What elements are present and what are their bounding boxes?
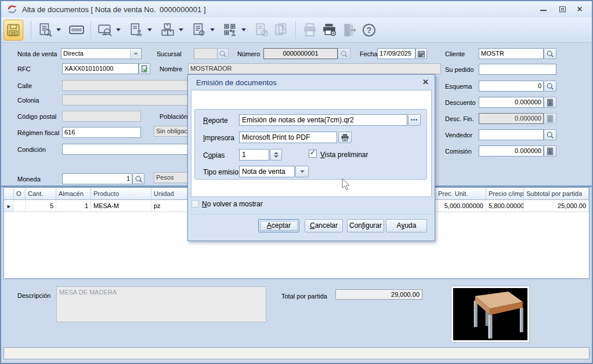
copias-label: Copias	[203, 151, 225, 159]
impresora-printer-button[interactable]	[338, 132, 352, 143]
document-options-button[interactable]	[189, 20, 209, 41]
grid-cell-precio-cimp[interactable]: 5,800.00000	[486, 200, 524, 212]
document-options-dropdown-arrow[interactable]	[210, 28, 215, 31]
descuento-field[interactable]: 0.000000	[479, 97, 544, 108]
inventory-button[interactable]	[158, 20, 178, 41]
grid-header-almacen[interactable]: Almacén	[56, 188, 91, 200]
grid-cell-producto[interactable]: MESA-M	[91, 200, 151, 212]
descuento-label: Descuento	[445, 99, 476, 106]
configurar-button[interactable]: Configurar	[347, 219, 384, 232]
folio-button[interactable]: 0000	[67, 20, 86, 41]
desc-fin-label: Desc. Fin.	[445, 115, 474, 122]
restore-button[interactable]	[559, 6, 566, 12]
moneda-search-button[interactable]	[132, 173, 144, 184]
grid-row-selector[interactable]: ►	[4, 200, 14, 212]
customer-document-dropdown-arrow[interactable]	[147, 28, 152, 31]
app-window: Alta de documentos [ Nota de venta No. 0…	[0, 0, 593, 364]
exit-button[interactable]	[339, 20, 359, 41]
vista-preliminar-checkbox[interactable]: ✓	[309, 150, 317, 158]
grid-cell-cant[interactable]: 5	[26, 200, 56, 212]
inventory-dropdown-arrow[interactable]	[179, 28, 183, 31]
sucursal-field[interactable]	[194, 48, 218, 59]
nota-de-venta-select[interactable]: Directa	[61, 48, 142, 59]
mouse-cursor	[342, 178, 350, 191]
esquema-search-button[interactable]	[544, 81, 556, 92]
grid-header-cant[interactable]: Cant.	[26, 188, 56, 200]
fecha-field[interactable]: 17/09/2025	[377, 48, 415, 59]
comision-field[interactable]: 0.000000	[479, 145, 544, 156]
help-button[interactable]: ?	[359, 20, 379, 41]
cliente-search-button[interactable]	[544, 48, 556, 59]
vendedor-field[interactable]	[479, 129, 544, 140]
qr-code-button[interactable]	[220, 20, 240, 41]
total-por-partida-label: Total por partida	[281, 293, 327, 300]
codigo-postal-field[interactable]	[62, 111, 141, 122]
qr-code-dropdown-arrow[interactable]	[241, 28, 246, 31]
copias-field[interactable]: 1	[239, 149, 269, 161]
esquema-label: Esquema	[445, 83, 472, 90]
reporte-field[interactable]: Emisión de notas de venta(7cm).qr2	[239, 114, 407, 126]
preview-documents-button[interactable]	[95, 20, 115, 41]
esquema-field[interactable]: 0	[479, 81, 544, 92]
grid-cell-o[interactable]	[14, 200, 26, 212]
grid-header-prec-unit[interactable]: Prec. Unit.	[436, 188, 486, 200]
dialog-title: Emisión de documentos	[196, 78, 277, 87]
aceptar-button[interactable]: Aceptar	[258, 219, 299, 232]
grid-header-subtotal[interactable]: Subtotal por partida	[524, 188, 589, 200]
moneda-field[interactable]: 1	[62, 173, 132, 184]
grid-header-o[interactable]: O	[14, 188, 26, 200]
descripcion-textarea[interactable]: MESA DE MADERA	[56, 286, 266, 322]
vendedor-search-button[interactable]	[544, 129, 556, 140]
descuento-calculator-button[interactable]	[544, 97, 556, 108]
ayuda-button[interactable]: Ayuda	[386, 219, 427, 232]
rfc-field[interactable]: XAXX010101000	[62, 63, 139, 74]
minimize-button[interactable]	[540, 10, 547, 11]
cliente-field[interactable]: MOSTR	[479, 48, 544, 59]
window-title: Alta de documentos [ Nota de venta No.	[22, 5, 156, 14]
comision-calculator-button[interactable]	[544, 145, 556, 156]
grid-cell-almacen[interactable]: 1	[56, 200, 91, 212]
grid-header-precio-cimp[interactable]: Precio c/imp	[486, 188, 524, 200]
nombre-field[interactable]: MOSTRADOR	[188, 63, 441, 74]
calle-field[interactable]	[62, 80, 208, 91]
tipo-emision-dropdown-button[interactable]	[295, 166, 309, 177]
grid-cell-subtotal[interactable]: 25,000.00	[524, 200, 589, 212]
desc-fin-calculator-button	[544, 113, 556, 124]
dialog-close-icon[interactable]: ✕	[422, 78, 429, 86]
impresora-field[interactable]: Microsoft Print to PDF	[239, 132, 337, 143]
document-search-dropdown-arrow[interactable]	[56, 28, 61, 31]
tipo-emision-select[interactable]: Nota de venta	[239, 166, 295, 177]
numero-field[interactable]: 0000000001	[263, 48, 338, 59]
su-pedido-field[interactable]	[479, 64, 556, 75]
toolbar: 0000	[1, 17, 592, 43]
copias-spinner[interactable]	[270, 149, 282, 161]
save-button[interactable]	[3, 20, 23, 41]
status-bar	[3, 347, 590, 359]
grid-header-producto[interactable]: Producto	[91, 188, 151, 200]
grid-header-selector	[4, 188, 14, 200]
rfc-validate-button[interactable]	[139, 63, 150, 74]
preview-documents-dropdown-arrow[interactable]	[116, 28, 121, 31]
no-volver-checkbox[interactable]	[191, 200, 199, 208]
condicion-field[interactable]	[62, 144, 208, 155]
window-title-number: 0000000001 ]	[160, 5, 206, 14]
copy-document-button	[272, 20, 291, 41]
reporte-browse-button[interactable]: •••	[408, 114, 421, 126]
impresora-label: Impresora	[203, 134, 234, 142]
product-image	[453, 288, 527, 340]
grid-cell-prec-unit[interactable]: 5,000.000000	[436, 200, 486, 212]
fecha-calendar-button[interactable]	[415, 48, 427, 59]
colonia-field[interactable]	[62, 94, 208, 105]
print-config-button[interactable]	[320, 20, 339, 41]
nota-de-venta-dropdown-icon[interactable]	[130, 49, 140, 58]
document-search-button[interactable]	[35, 20, 55, 41]
sucursal-label: Sucursal	[157, 50, 182, 57]
close-button[interactable]: ✕	[577, 6, 584, 13]
cancelar-button[interactable]: Cancelar	[305, 219, 343, 232]
regimen-fiscal-field[interactable]: 616	[62, 127, 141, 138]
no-volver-label[interactable]: No volver a mostrar	[202, 200, 263, 208]
vendedor-label: Vendedor	[445, 132, 472, 139]
descripcion-label: Descripción	[17, 292, 50, 299]
customer-document-button[interactable]	[126, 20, 146, 41]
vista-preliminar-label[interactable]: Vista preliminar	[320, 151, 368, 159]
